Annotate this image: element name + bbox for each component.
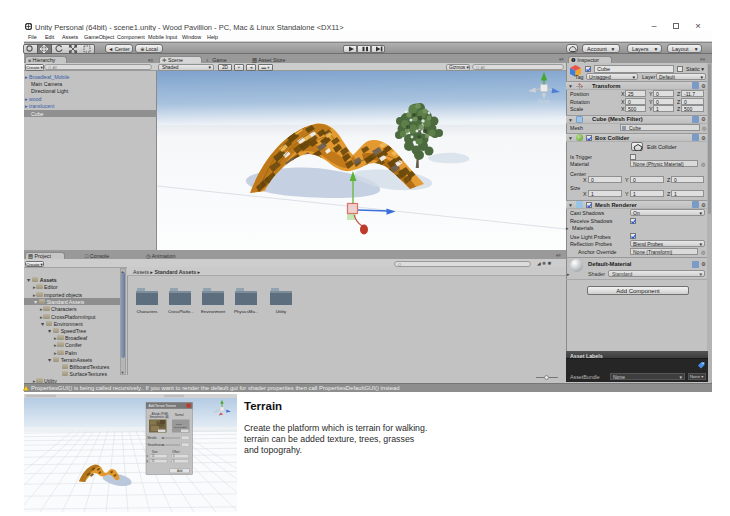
svg-text:Add Terrain Texture: Add Terrain Texture	[149, 404, 177, 408]
svg-text:Smoothness (A): Smoothness (A)	[150, 415, 169, 419]
svg-text:(Texture2D): (Texture2D)	[174, 426, 187, 429]
svg-text:Add: Add	[177, 469, 183, 473]
svg-text:Offset: Offset	[172, 450, 180, 454]
svg-text:Persp: Persp	[538, 99, 550, 104]
svg-text:Metallic: Metallic	[148, 436, 158, 440]
svg-text:Normal: Normal	[175, 413, 184, 417]
svg-text:Size: Size	[152, 450, 158, 454]
